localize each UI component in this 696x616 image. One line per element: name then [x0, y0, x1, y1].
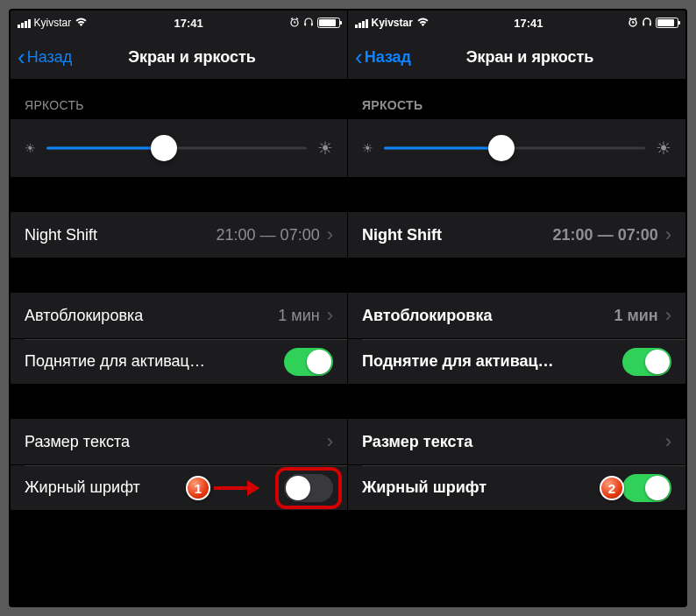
battery-icon: [656, 18, 678, 28]
brightness-header: ЯРКОСТЬ: [348, 79, 685, 119]
text-size-label: Размер текста: [362, 433, 665, 451]
autolock-row[interactable]: Автоблокировка 1 мин ›: [11, 293, 347, 338]
signal-icon: [355, 18, 368, 28]
bold-text-row: Жирный шрифт 2: [348, 464, 685, 510]
back-label: Назад: [27, 48, 73, 67]
back-label: Назад: [365, 48, 411, 67]
night-shift-row[interactable]: Night Shift 21:00 — 07:00 ›: [11, 212, 347, 258]
wifi-icon: [75, 17, 88, 29]
status-bar: Kyivstar 17:41: [348, 11, 685, 35]
chevron-right-icon: ›: [665, 430, 671, 453]
night-shift-row[interactable]: Night Shift 21:00 — 07:00 ›: [348, 212, 685, 258]
raise-to-wake-label: Поднятие для активац…: [25, 352, 284, 371]
raise-to-wake-toggle[interactable]: [284, 348, 333, 376]
night-shift-label: Night Shift: [25, 226, 217, 244]
clock: 17:41: [174, 17, 202, 30]
headphones-icon: [303, 17, 314, 30]
bold-text-toggle[interactable]: [284, 474, 333, 502]
autolock-value: 1 мин: [614, 307, 657, 325]
autolock-value: 1 мин: [278, 307, 319, 325]
bold-text-toggle[interactable]: [622, 474, 671, 502]
annotation-badge-2: 2: [600, 476, 624, 500]
nav-bar: ‹ Назад Экран и яркость: [348, 35, 685, 79]
svg-rect-2: [311, 23, 313, 25]
svg-rect-1: [304, 23, 306, 25]
sun-small-icon: ☀︎: [25, 141, 36, 155]
night-shift-label: Night Shift: [362, 226, 553, 244]
chevron-left-icon: ‹: [18, 46, 25, 68]
sun-large-icon: ☀︎: [656, 138, 671, 159]
annotation-badge-1: 1: [186, 476, 210, 500]
night-shift-value: 21:00 — 07:00: [553, 226, 658, 244]
clock: 17:41: [514, 17, 543, 30]
bold-text-label: Жирный шрифт: [362, 478, 622, 497]
headphones-icon: [642, 17, 652, 30]
brightness-slider[interactable]: [384, 135, 645, 161]
back-button[interactable]: ‹ Назад: [18, 46, 72, 68]
wifi-icon: [416, 17, 430, 29]
annotation-arrow: [214, 486, 258, 490]
svg-rect-5: [650, 23, 651, 25]
night-shift-value: 21:00 — 07:00: [217, 226, 320, 244]
chevron-right-icon: ›: [327, 304, 333, 327]
sun-small-icon: ☀︎: [362, 141, 373, 155]
sun-large-icon: ☀︎: [317, 138, 333, 159]
svg-rect-4: [643, 23, 644, 25]
chevron-left-icon: ‹: [355, 46, 363, 68]
chevron-right-icon: ›: [665, 304, 671, 327]
alarm-icon: [628, 17, 638, 30]
signal-icon: [18, 18, 31, 28]
raise-to-wake-toggle[interactable]: [622, 348, 671, 376]
back-button[interactable]: ‹ Назад: [355, 46, 411, 68]
raise-to-wake-label: Поднятие для активац…: [362, 352, 622, 371]
alarm-icon: [289, 17, 300, 30]
brightness-slider-row: ☀︎ ☀︎: [11, 119, 347, 177]
nav-bar: ‹ Назад Экран и яркость: [11, 35, 347, 79]
text-size-row[interactable]: Размер текста ›: [11, 419, 347, 464]
battery-icon: [317, 18, 340, 28]
status-bar: Kyivstar 17:41: [11, 11, 347, 35]
chevron-right-icon: ›: [665, 223, 671, 246]
autolock-label: Автоблокировка: [25, 307, 278, 325]
brightness-header: ЯРКОСТЬ: [11, 79, 347, 119]
carrier-label: Kyivstar: [34, 17, 72, 29]
bold-text-row: Жирный шрифт 1: [11, 464, 347, 510]
raise-to-wake-row: Поднятие для активац…: [348, 338, 685, 384]
autolock-label: Автоблокировка: [362, 307, 614, 325]
carrier-label: Kyivstar: [372, 17, 413, 29]
raise-to-wake-row: Поднятие для активац…: [11, 338, 347, 384]
autolock-row[interactable]: Автоблокировка 1 мин ›: [348, 293, 685, 338]
brightness-slider-row: ☀︎ ☀︎: [348, 119, 685, 177]
brightness-slider[interactable]: [46, 135, 307, 161]
text-size-label: Размер текста: [25, 433, 327, 451]
screenshot-after: Kyivstar 17:41 ‹ Назад Экран и: [348, 11, 685, 605]
screenshot-before: Kyivstar 17:41 ‹ Назад Экран и: [11, 11, 348, 605]
text-size-row[interactable]: Размер текста ›: [348, 419, 685, 464]
chevron-right-icon: ›: [327, 223, 333, 246]
chevron-right-icon: ›: [327, 430, 333, 453]
